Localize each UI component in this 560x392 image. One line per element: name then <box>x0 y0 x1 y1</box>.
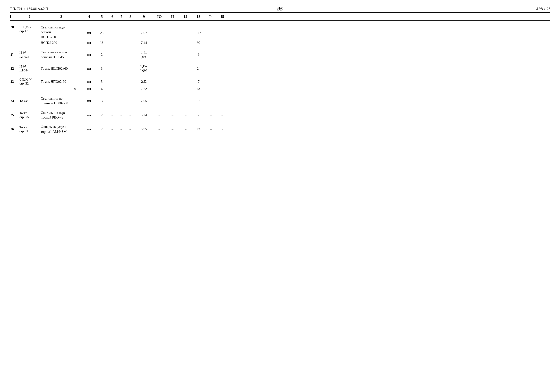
cell-col13: 7 <box>192 79 205 84</box>
cell-col10: – <box>153 87 166 91</box>
cell-ref: I5-07 п.I-044 <box>19 64 40 73</box>
col-header-1: I <box>10 14 19 19</box>
cell-col13: 7 <box>192 113 205 118</box>
cell-col6: – <box>108 52 117 57</box>
cell-col6: – <box>108 87 117 91</box>
col-header-6: 6 <box>108 14 117 19</box>
cell-col14: – <box>205 40 217 45</box>
cell-desc2: I00 <box>40 87 83 91</box>
cell-col10: – <box>153 25 166 35</box>
cell-col11: – <box>166 113 179 118</box>
cell-col12: – <box>179 98 192 103</box>
cell-col15: – <box>217 79 228 84</box>
cell-col15: – <box>217 66 228 71</box>
cell-col10: – <box>153 52 166 57</box>
cell-desc: Светильник пере- носной РВО-42 <box>40 110 83 120</box>
cell-col12: – <box>179 52 192 57</box>
cell-col10: – <box>153 79 166 84</box>
cell-col11: – <box>166 66 179 71</box>
cell-col15: – <box>217 98 228 103</box>
cell-unit: шт <box>83 79 96 84</box>
table-row: 24 То же Светильник на- стенный НБ002-60… <box>10 96 550 106</box>
page-container: Т.П. 701-4-139.86 Ал.УП 95 21414-07 I 2 … <box>10 7 550 134</box>
cell-desc: То же, НШП02х60 <box>40 66 83 71</box>
cell-col13: I2 <box>192 127 205 132</box>
col-header-3: 3 <box>40 14 83 19</box>
cell-col12: – <box>179 25 192 35</box>
cell-unit: шт <box>83 25 96 35</box>
section-gap-21 <box>10 46 550 49</box>
cell-col13: 24 <box>192 66 205 71</box>
cell-group: 2I <box>10 52 19 57</box>
cell-col7: – <box>117 79 126 84</box>
cell-ref: I5-07 п.3-024 <box>19 50 40 59</box>
cell-col15: – <box>217 113 228 118</box>
table-row: 26 То же стр.I8I Фонарь аккумуля- торный… <box>10 124 550 134</box>
cell-col13: I3 <box>192 87 205 91</box>
cell-desc2: НСП2I-200 <box>40 40 83 45</box>
cell-col11: – <box>166 79 179 84</box>
table-row: 20 СРЦМ-У стр.176 Светильник под- весной… <box>10 25 550 40</box>
col-header-10: IO <box>153 14 166 19</box>
cell-ref: То же <box>19 98 40 103</box>
cell-col8: – <box>126 79 135 84</box>
cell-col11: – <box>166 87 179 91</box>
cell-col11: – <box>166 25 179 35</box>
table-row: I00 шт 6 – – – 2,22 – – – I3 – – <box>10 86 550 92</box>
cell-col14: – <box>205 98 217 103</box>
cell-col12: – <box>179 87 192 91</box>
section-gap-26 <box>10 120 550 124</box>
cell-group: 26 <box>10 127 19 132</box>
cell-col7: – <box>117 87 126 91</box>
col-header-7: 7 <box>117 14 126 19</box>
col-header-15: I5 <box>217 14 228 19</box>
cell-col12: – <box>179 79 192 84</box>
cell-ref: То же стр.I75 <box>19 111 40 119</box>
cell-col8: – <box>126 87 135 91</box>
section-gap-22 <box>10 60 550 64</box>
table-row: 22 I5-07 п.I-044 То же, НШП02х60 шт 3 – … <box>10 64 550 73</box>
cell-unit: шт <box>83 127 96 132</box>
cell-desc: Фонарь аккумуля- торный АМФ-8М <box>40 124 83 134</box>
cell-col5: 25 <box>96 25 108 35</box>
cell-group: 23 <box>10 79 19 84</box>
cell-col10: – <box>153 66 166 71</box>
cell-group <box>10 88 19 89</box>
col-header-11: II <box>166 14 179 19</box>
cell-col14: – <box>205 127 217 132</box>
col-header-13: I3 <box>192 14 205 19</box>
header-right: 21414-07 <box>536 7 550 11</box>
cell-unit: шт <box>83 66 96 71</box>
cell-ref: СРЦМ-У стр.I82 <box>19 77 40 86</box>
cell-unit: шт <box>83 87 96 91</box>
cell-col7: – <box>117 40 126 45</box>
cell-group: 25 <box>10 113 19 118</box>
cell-col6: – <box>108 98 117 103</box>
cell-unit: шт <box>83 40 96 45</box>
cell-col7: – <box>117 52 126 57</box>
cell-col11: – <box>166 98 179 103</box>
cell-col10: – <box>153 113 166 118</box>
cell-col5: 3 <box>96 66 108 71</box>
cell-col8: – <box>126 113 135 118</box>
cell-col8: – <box>126 66 135 71</box>
cell-col14: – <box>205 25 217 35</box>
header-area: Т.П. 701-4-139.86 Ал.УП 95 21414-07 <box>10 7 550 11</box>
col-header-5: 5 <box>96 14 108 19</box>
cell-col5: 3 <box>96 79 108 84</box>
cell-col8: – <box>126 40 135 45</box>
table-row: НСП2I-200 шт I3 – – – 7,44 – – – 97 – – <box>10 40 550 46</box>
column-headers: I 2 3 4 5 6 7 8 9 IO II I2 I3 I4 I5 <box>10 13 550 21</box>
cell-col6: – <box>108 40 117 45</box>
col-header-9: 9 <box>135 14 153 19</box>
cell-col6: – <box>108 113 117 118</box>
cell-ref <box>19 42 40 43</box>
cell-col15: – <box>217 87 228 91</box>
section-gap-23 <box>10 73 550 77</box>
cell-unit: шт <box>83 98 96 103</box>
cell-col10: – <box>153 127 166 132</box>
cell-col12: – <box>179 113 192 118</box>
cell-group: 24 <box>10 98 19 103</box>
cell-col14: – <box>205 113 217 118</box>
cell-col7: – <box>117 113 126 118</box>
